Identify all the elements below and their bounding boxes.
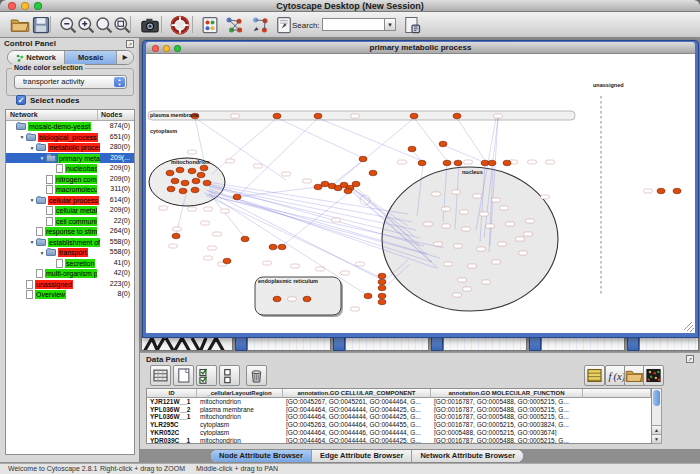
graph-node[interactable] [410,113,418,119]
tree-row-metabolic-process[interactable]: ▼metabolic process280(0) [6,142,134,153]
background-window-fragment[interactable] [247,336,331,351]
graph-edge[interactable] [457,118,486,162]
import-attributes-icon[interactable] [624,365,645,386]
graph-node[interactable] [303,296,311,302]
zoom-in-icon[interactable] [76,15,96,35]
zoom-window-button[interactable] [34,2,42,10]
tree-expand-icon[interactable]: ▼ [28,237,36,248]
graph-edge[interactable] [209,186,416,230]
tree-expand-icon[interactable]: ▼ [18,132,26,143]
search-dropdown-button[interactable]: ▼ [384,18,396,31]
network-layout-icon[interactable] [224,15,244,35]
graph-edge[interactable] [277,118,363,158]
save-icon[interactable] [31,15,51,35]
zoom-fit-icon[interactable] [94,15,114,35]
graph-node[interactable] [378,299,386,305]
background-window-fragment[interactable] [541,336,625,351]
tree-row-mosaic-demo-yeast[interactable]: mosaic-demo-yeast874(0) [6,121,134,132]
graph-node[interactable] [197,172,205,178]
attribute-matrix-icon[interactable] [584,365,605,386]
close-network-window-button[interactable] [152,45,159,52]
tree-expand-icon[interactable]: ▼ [28,195,36,206]
graph-node[interactable] [273,113,281,119]
annotation-page-icon[interactable] [274,15,294,35]
minimize-window-button[interactable] [21,2,29,10]
new-attribute-icon[interactable] [173,365,194,386]
graph-node[interactable] [454,160,462,166]
tree-row-cellular-process[interactable]: ▼cellular process614(0) [6,195,134,206]
graph-node[interactable] [503,160,511,166]
graph-node[interactable] [378,279,386,285]
graph-node[interactable] [359,156,367,162]
tree-row-overview[interactable]: Overview8(0) [6,289,134,300]
graph-node[interactable] [364,293,372,299]
tab-network[interactable]: Network [8,51,65,64]
snapshot-camera-icon[interactable] [140,15,160,35]
unselect-attributes-icon[interactable] [219,365,240,386]
network-edit-icon[interactable] [250,15,270,35]
graph-node[interactable] [269,244,277,250]
graph-node[interactable] [488,160,496,166]
tab-node-attribute-browser[interactable]: Node Attribute Browser [211,450,312,462]
graph-node[interactable] [418,160,426,166]
attribute-table[interactable]: ID_cellularLayoutRegionannotation.GO CEL… [146,388,652,444]
column-header-annotation-go-molecular-function[interactable]: annotation.GO MOLECULAR_FUNCTION [431,389,583,398]
background-window-fragment[interactable] [639,336,699,351]
graph-node[interactable] [443,160,451,166]
graph-node[interactable] [223,258,231,264]
graph-node[interactable] [378,273,386,279]
graph-node[interactable] [172,233,180,239]
graph-edge[interactable] [212,118,277,174]
graph-node[interactable] [166,170,174,176]
graph-node[interactable] [378,285,386,291]
graph-edge[interactable] [237,186,325,197]
table-row-YDR039C__1[interactable]: YDR039C__1mitochondrion[GO:0044464, GO:0… [147,437,651,445]
tree-row-primary-metabo[interactable]: ▼primary metabo209(... [6,153,134,164]
session-note-icon[interactable] [402,15,422,35]
tree-expand-icon[interactable]: ▼ [38,153,46,164]
window-resize-grip[interactable] [684,322,694,332]
graph-node[interactable] [203,180,211,186]
zoom-network-window-button[interactable] [174,45,181,52]
tree-row-response-to-stimulu[interactable]: response to stimulu264(0) [6,226,134,237]
search-input[interactable] [322,18,384,31]
node-color-dropdown[interactable]: transporter activity ▲▼ [14,75,127,89]
close-window-button[interactable] [8,2,16,10]
table-row-YKR052C[interactable]: YKR052Ccytoplasm[GO:0044464, GO:0044446,… [147,429,651,437]
vizmapper-icon[interactable] [200,15,220,35]
graph-node[interactable] [241,236,249,242]
graph-node[interactable] [378,293,386,299]
graph-edge[interactable] [414,118,448,162]
help-ring-icon[interactable] [170,15,190,35]
zoom-selected-icon[interactable] [112,15,132,35]
tab-network-attribute-browser[interactable]: Network Attribute Browser [412,450,523,462]
open-folder-icon[interactable] [10,15,30,35]
tree-row-biological-process[interactable]: ▼biological_process651(0) [6,132,134,143]
graph-node[interactable] [171,178,179,184]
graph-edge[interactable] [318,118,425,162]
tree-row-macromolecule[interactable]: macromolecule311(0) [6,184,134,195]
scrollbar-thumb[interactable] [653,390,660,406]
tab-edge-attribute-browser[interactable]: Edge Attribute Browser [312,450,412,462]
tree-row-nucleobase-[interactable]: nucleobase-209(0) [6,163,134,174]
graph-node[interactable] [179,188,187,194]
table-row-YPL036W__2[interactable]: YPL036W__2plasma membrane[GO:0044464, GO… [147,406,651,414]
graph-node[interactable] [181,180,189,186]
graph-edge[interactable] [333,160,363,184]
table-row-YLR295C[interactable]: YLR295Ccytoplasm[GO:0045263, GO:0044464,… [147,421,651,429]
graph-node[interactable] [673,188,681,194]
table-row-YJR121W__1[interactable]: YJR121W__1mitochondrion[GO:0045267, GO:0… [147,398,651,406]
tree-row-nitrogen-compo[interactable]: nitrogen compo209(0) [6,174,134,185]
minimize-network-window-button[interactable] [163,45,170,52]
graph-node[interactable] [200,165,208,171]
zoom-out-icon[interactable] [58,15,78,35]
graph-node[interactable] [352,181,360,187]
graph-node[interactable] [167,186,175,192]
graph-node[interactable] [176,167,184,173]
overview-window-preview[interactable] [141,336,233,351]
tree-row-secretion[interactable]: secretion41(0) [6,258,134,269]
column-header-id[interactable]: ID [147,389,197,398]
tree-row-multi-organism-pro[interactable]: multi-organism pro42(0) [6,268,134,279]
column-grid-icon[interactable] [150,365,171,386]
column-header-annotation-go-cellular-component[interactable]: annotation.GO CELLULAR_COMPONENT [283,389,431,398]
